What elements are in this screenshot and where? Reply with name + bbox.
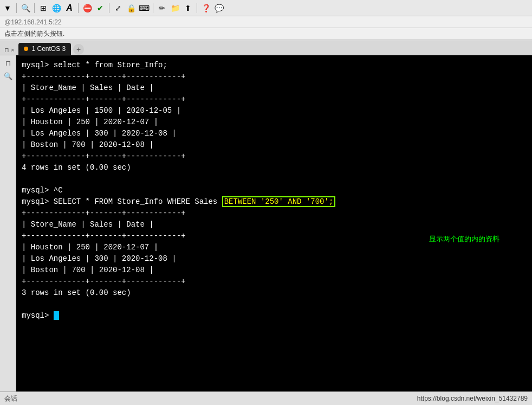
- terminal-header: | Store_Name | Sales | Date |: [22, 82, 527, 94]
- terminal-row-3: | Los Angeles | 300 | 2020-12-08 |: [22, 128, 527, 139]
- lock-icon[interactable]: 🔒: [126, 3, 137, 14]
- chat-icon[interactable]: 💬: [213, 3, 224, 14]
- terminal-row-4: | Boston | 700 | 2020-12-08 |: [22, 139, 527, 151]
- sep6: [197, 3, 197, 13]
- terminal-header-2: | Store_Name | Sales | Date |: [22, 219, 527, 230]
- terminal-result-2: 3 rows in set (0.00 sec): [22, 287, 527, 299]
- terminal-row-6: | Los Angeles | 300 | 2020-12-08 |: [22, 253, 527, 265]
- help-icon[interactable]: ❓: [200, 3, 211, 14]
- terminal-sep-3: +-------------+-------+------------+: [22, 151, 527, 162]
- terminal-result-1: 4 rows in set (0.00 sec): [22, 162, 527, 173]
- toolbar: ▼ 🔍 ⊞ 🌐 A ⛔ ✔ ⤢ 🔒 ⌨ ✏ 📁 ⬆ ❓ 💬: [0, 0, 532, 16]
- main-area: ⊓ 🔍 mysql> select * from Store_Info; +--…: [0, 55, 532, 391]
- stop-icon[interactable]: ⛔: [82, 3, 93, 14]
- font-icon[interactable]: A: [64, 3, 75, 14]
- sep5: [153, 3, 153, 13]
- hint-bar: 点击左侧的箭头按钮.: [0, 28, 532, 40]
- terminal-sep-2: +-------------+-------+------------+: [22, 94, 527, 105]
- terminal-line-1: mysql> select * from Store_Info;: [22, 60, 527, 71]
- terminal-sep-6: +-------------+-------+------------+: [22, 276, 527, 287]
- sidebar-search-icon[interactable]: 🔍: [3, 70, 14, 81]
- tab-bar: ⊓ × 1 CentOS 3 +: [0, 40, 532, 55]
- folder-icon[interactable]: 📁: [170, 3, 180, 14]
- terminal-row-7: | Boston | 700 | 2020-12-08 |: [22, 265, 527, 276]
- sep2: [34, 3, 35, 13]
- terminal-sep-1: +-------------+-------+------------+: [22, 71, 527, 82]
- terminal-cursor: [54, 311, 59, 320]
- upload-icon[interactable]: ⬆: [183, 3, 193, 14]
- terminal[interactable]: mysql> select * from Store_Info; +------…: [16, 55, 532, 391]
- tab-pin[interactable]: ⊓ ×: [2, 46, 16, 55]
- terminal-row-2: | Houston | 250 | 2020-12-07 |: [22, 117, 527, 128]
- terminal-final-prompt: mysql>: [22, 310, 527, 322]
- terminal-sep-4: +-------------+-------+------------+: [22, 208, 527, 219]
- search-icon[interactable]: 🔍: [20, 3, 31, 14]
- keyboard-icon[interactable]: ⌨: [139, 3, 150, 14]
- resize-icon[interactable]: ⤢: [113, 3, 124, 14]
- status-right: https://blog.csdn.net/weixin_51432789: [417, 395, 528, 402]
- terminal-annotation: 显示两个值的内的资料: [429, 234, 499, 245]
- status-left: 会话: [4, 394, 17, 403]
- check-icon[interactable]: ✔: [95, 3, 106, 14]
- tab-add-button[interactable]: +: [73, 44, 84, 55]
- sidebar: ⊓ 🔍: [0, 55, 16, 391]
- globe-icon[interactable]: 🌐: [51, 3, 62, 14]
- status-bar: 会话 https://blog.csdn.net/weixin_51432789: [0, 391, 532, 405]
- sep1: [16, 3, 17, 13]
- sidebar-window-icon[interactable]: ⊓: [3, 57, 14, 68]
- tab-status-dot: [24, 47, 28, 51]
- tab-label: 1 CentOS 3: [31, 45, 66, 53]
- active-tab[interactable]: 1 CentOS 3: [18, 43, 71, 55]
- sep3: [78, 3, 79, 13]
- sep4: [109, 3, 109, 13]
- address-bar: @192.168.241.5:22: [0, 16, 532, 28]
- between-highlight: BETWEEN '250' AND '700';: [222, 196, 336, 207]
- address-text: @192.168.241.5:22: [4, 18, 62, 26]
- terminal-line2-prefix: mysql> SELECT * FROM Store_Info WHERE Sa…: [22, 197, 222, 206]
- terminal-line-2: mysql> SELECT * FROM Store_Info WHERE Sa…: [22, 196, 527, 208]
- terminal-row-1: | Los Angeles | 1500 | 2020-12-05 |: [22, 105, 527, 117]
- edit-icon[interactable]: ✏: [157, 3, 167, 14]
- window-icon[interactable]: ⊞: [38, 3, 49, 14]
- menu-dropdown-icon[interactable]: ▼: [2, 3, 13, 14]
- hint-text: 点击左侧的箭头按钮.: [4, 29, 64, 38]
- terminal-cancel: mysql> ^C: [22, 185, 527, 196]
